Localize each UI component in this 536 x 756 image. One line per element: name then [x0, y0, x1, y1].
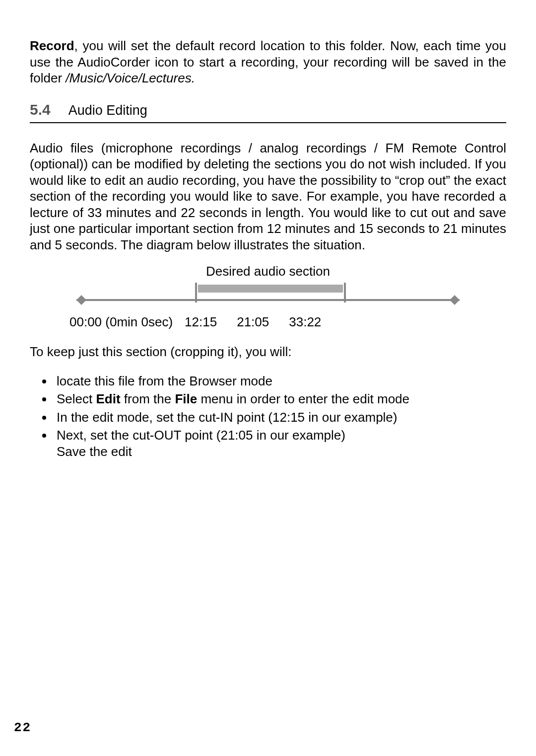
- list-item: In the edit mode, set the cut-IN point (…: [54, 409, 506, 426]
- crop-steps-list: locate this file from the Browser mode S…: [30, 373, 506, 460]
- menu-edit-label: Edit: [96, 391, 121, 406]
- time-cutin-label: 12:15: [185, 314, 217, 330]
- diagram-time-labels: 00:00 (0min 0sec) 12:15 21:05 33:22: [69, 312, 467, 330]
- time-start-label: 00:00 (0min 0sec): [69, 314, 173, 330]
- section-title: Audio Editing: [68, 103, 147, 118]
- diagram-caption: Desired audio section: [69, 265, 467, 278]
- section-number: 5.4: [30, 101, 51, 118]
- svg-rect-5: [198, 285, 343, 293]
- cropping-intro: To keep just this section (cropping it),…: [30, 344, 506, 360]
- audio-section-diagram: Desired audio section 00:00 (0min 0sec) …: [69, 265, 467, 330]
- list-item: Next, set the cut-OUT point (21:05 in ou…: [54, 427, 506, 459]
- svg-marker-1: [76, 295, 86, 305]
- time-cutout-label: 21:05: [237, 314, 269, 330]
- section-heading: 5.4 Audio Editing: [30, 99, 506, 123]
- svg-marker-2: [450, 295, 460, 305]
- intro-lead-bold: Record: [30, 38, 74, 53]
- menu-file-label: File: [175, 391, 197, 406]
- list-item: locate this file from the Browser mode: [54, 373, 506, 389]
- save-edit-line: Save the edit: [57, 444, 506, 460]
- list-item: Select Edit from the File menu in order …: [54, 391, 506, 407]
- page-number: 22: [14, 720, 31, 735]
- intro-folder-path: /Music/Voice/Lectures.: [66, 71, 195, 85]
- time-end-label: 33:22: [289, 314, 321, 330]
- intro-paragraph: Record, you will set the default record …: [30, 38, 506, 86]
- audio-editing-paragraph: Audio files (microphone recordings / ana…: [30, 140, 506, 253]
- timeline-svg: [69, 278, 467, 312]
